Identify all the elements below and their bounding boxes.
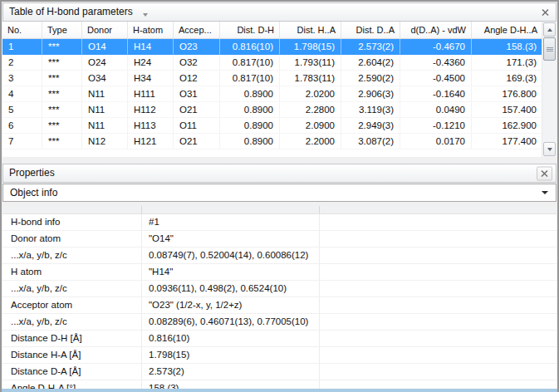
column-header-d-vdw[interactable]: d(D..A) - vdW <box>400 22 472 39</box>
column-header-acceptor[interactable]: Accep... <box>174 22 220 39</box>
cell-acceptor: O23 <box>174 39 220 55</box>
panel-divider <box>2 157 557 163</box>
property-label: Acceptor atom <box>2 297 142 313</box>
column-header-angle[interactable]: Angle D-H..A <box>472 22 542 39</box>
property-row[interactable]: Donor atom "O14" <box>2 231 557 247</box>
object-info-select[interactable]: Object info <box>2 184 557 202</box>
cell-angle: 171.(3) <box>472 55 542 71</box>
property-row[interactable]: ...x/a, y/b, z/c 0.0936(11), 0.498(2), 0… <box>2 281 557 297</box>
property-row[interactable]: Distance D-H [Å] 0.816(10) <box>2 331 557 347</box>
table-row[interactable]: 6 *** N11 H113 O11 0.8900 2.0900 2.949(3… <box>2 118 542 134</box>
cell-type: *** <box>42 55 82 71</box>
cell-d-vdw: -0.1210 <box>400 118 472 134</box>
column-header-no[interactable]: No. <box>2 22 42 39</box>
scroll-down-button[interactable] <box>543 142 556 156</box>
table-row[interactable]: 5 *** N11 H112 O21 0.8900 2.2800 3.119(3… <box>2 102 542 118</box>
cell-dist-ha: 1.798(15) <box>280 39 341 55</box>
cell-d-vdw: -0.4670 <box>400 39 472 55</box>
scrollbar-thumb[interactable] <box>543 37 556 61</box>
cell-type: *** <box>42 86 82 102</box>
property-value[interactable]: 1.798(15) <box>142 347 320 363</box>
table-scrollbar[interactable] <box>542 22 557 157</box>
cell-h-atom: H24 <box>128 55 174 71</box>
property-extra-cell <box>320 231 557 247</box>
grid-header-cell <box>320 206 557 213</box>
properties-panel-close-button[interactable] <box>537 166 552 180</box>
grid-header-cell <box>2 206 142 213</box>
column-header-type[interactable]: Type <box>42 22 82 39</box>
cell-d-vdw: -0.1640 <box>400 86 472 102</box>
cell-donor: N12 <box>82 134 128 149</box>
cell-dist-dh: 0.817(10) <box>220 71 280 86</box>
property-row[interactable]: H-bond info #1 <box>2 214 557 231</box>
scroll-up-button[interactable] <box>543 22 556 37</box>
property-value[interactable]: 0.08749(7), 0.52004(14), 0.60086(12) <box>142 247 320 263</box>
column-header-dist-ha[interactable]: Dist. H..A <box>280 22 341 39</box>
cell-donor: O24 <box>82 55 128 71</box>
property-value[interactable]: 2.573(2) <box>142 364 320 380</box>
cell-d-vdw: -0.4500 <box>400 71 472 86</box>
cell-h-atom: H113 <box>128 118 174 134</box>
table-row[interactable]: 7 *** N12 H121 O21 0.8900 2.2000 3.087(2… <box>2 134 542 149</box>
cell-acceptor: O21 <box>174 102 220 118</box>
property-row[interactable]: ...x/a, y/b, z/c 0.08749(7), 0.52004(14)… <box>2 247 557 264</box>
table-row[interactable]: 2 *** O24 H24 O32 0.817(10) 1.793(11) 2.… <box>2 55 542 71</box>
property-value[interactable]: #1 <box>142 214 320 230</box>
column-header-donor[interactable]: Donor <box>82 22 128 39</box>
cell-h-atom: H112 <box>128 102 174 118</box>
property-value[interactable]: "O23" (1/2-x, y, 1/2+z) <box>142 297 320 313</box>
cell-acceptor: O21 <box>174 134 220 149</box>
property-value[interactable]: 0.816(10) <box>142 331 320 346</box>
hbond-panel-close-button[interactable] <box>538 6 552 18</box>
table-row[interactable]: 1 *** O14 H14 O23 0.816(10) 1.798(15) 2.… <box>2 39 542 55</box>
cell-no: 5 <box>2 102 42 118</box>
property-value[interactable]: "H14" <box>142 264 320 280</box>
cell-dist-da: 2.906(3) <box>341 86 400 102</box>
table-row[interactable]: 3 *** O34 H34 O12 0.817(10) 1.783(11) 2.… <box>2 71 542 86</box>
triangle-down-icon <box>547 148 552 151</box>
cell-acceptor: O32 <box>174 55 220 71</box>
cell-dist-ha: 2.0200 <box>280 86 341 102</box>
property-value[interactable]: 0.08289(6), 0.46071(13), 0.77005(10) <box>142 314 320 330</box>
object-info-selected-value: Object info <box>10 187 57 198</box>
properties-panel-titlebar[interactable]: Properties <box>2 164 557 183</box>
cell-dist-ha: 2.2800 <box>280 102 341 118</box>
cell-type: *** <box>42 102 82 118</box>
property-row[interactable]: H atom "H14" <box>2 264 557 281</box>
cell-acceptor: O11 <box>174 118 220 134</box>
table-row[interactable]: 4 *** N11 H111 O31 0.8900 2.0200 2.906(3… <box>2 86 542 102</box>
cell-donor: N11 <box>82 86 128 102</box>
thumb-grip-icon <box>547 47 553 51</box>
panel-menu-chevron-icon[interactable] <box>143 13 148 17</box>
property-value[interactable]: 158.(3) <box>142 380 320 389</box>
triangle-up-icon <box>547 28 552 32</box>
column-header-h-atom[interactable]: H-atom <box>128 22 174 39</box>
cell-dist-da: 3.119(3) <box>341 102 400 118</box>
cell-dist-ha: 2.0900 <box>280 118 341 134</box>
property-row[interactable]: Distance D-A [Å] 2.573(2) <box>2 364 557 380</box>
cell-dist-ha: 1.783(11) <box>280 71 341 86</box>
cell-d-vdw: 0.0170 <box>400 134 472 149</box>
hbond-table: No. Type Donor H-atom Accep... Dist. D-H… <box>2 22 557 157</box>
column-header-dist-da[interactable]: Dist. D..A <box>341 22 400 39</box>
properties-grid-header <box>2 206 557 214</box>
property-row[interactable]: Acceptor atom "O23" (1/2-x, y, 1/2+z) <box>2 297 557 314</box>
column-header-dist-dh[interactable]: Dist. D-H <box>220 22 280 39</box>
cell-donor: O14 <box>82 39 128 55</box>
cell-dist-dh: 0.8900 <box>220 102 280 118</box>
cell-no: 3 <box>2 71 42 86</box>
property-label: H-bond info <box>2 214 142 230</box>
property-value[interactable]: 0.0936(11), 0.498(2), 0.6524(10) <box>142 281 320 296</box>
property-row[interactable]: Distance H-A [Å] 1.798(15) <box>2 347 557 364</box>
property-value[interactable]: "O14" <box>142 231 320 247</box>
cell-acceptor: O31 <box>174 86 220 102</box>
property-extra-cell <box>320 214 557 230</box>
property-row[interactable]: ...x/a, y/b, z/c 0.08289(6), 0.46071(13)… <box>2 314 557 331</box>
hbond-table-header: No. Type Donor H-atom Accep... Dist. D-H… <box>2 22 542 39</box>
cell-dist-dh: 0.816(10) <box>220 39 280 55</box>
properties-panel-title: Properties <box>9 164 55 182</box>
property-label: Distance H-A [Å] <box>2 347 142 363</box>
cell-donor: N11 <box>82 102 128 118</box>
property-row[interactable]: Angle D-H-A [°] 158.(3) <box>2 380 557 389</box>
hbond-panel-titlebar[interactable]: Table of H-bond parameters <box>2 2 557 22</box>
